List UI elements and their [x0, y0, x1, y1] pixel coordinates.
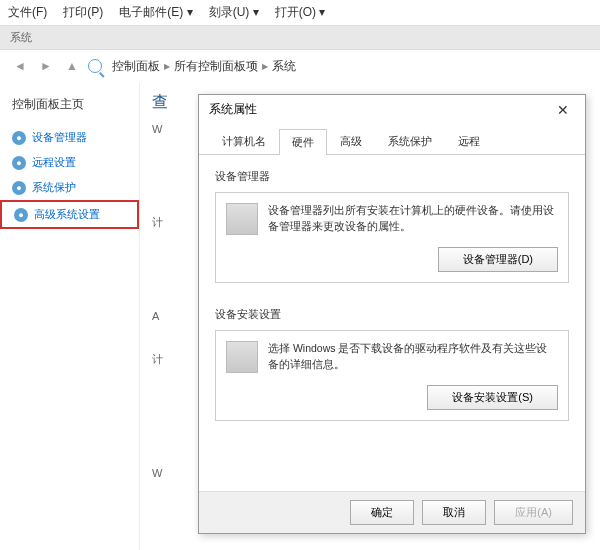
cancel-button[interactable]: 取消 — [422, 500, 486, 525]
system-properties-dialog: 系统属性 ✕ 计算机名 硬件 高级 系统保护 远程 设备管理器 设备管理器列出所… — [198, 94, 586, 534]
tab-system-protection[interactable]: 系统保护 — [375, 128, 445, 154]
sidebar-item-label: 系统保护 — [32, 180, 76, 195]
section-description: 选择 Windows 是否下载设备的驱动程序软件及有关这些设备的详细信息。 — [268, 341, 558, 373]
menu-file[interactable]: 文件(F) — [8, 4, 47, 21]
shield-icon: ● — [12, 181, 26, 195]
tab-advanced[interactable]: 高级 — [327, 128, 375, 154]
sidebar-item-advanced-settings[interactable]: ● 高级系统设置 — [0, 200, 139, 229]
nav-forward-icon[interactable]: ► — [36, 56, 56, 76]
dialog-footer: 确定 取消 应用(A) — [199, 491, 585, 533]
window-title: 系统 — [0, 25, 600, 50]
sidebar-item-label: 高级系统设置 — [34, 207, 100, 222]
menubar: 文件(F) 打印(P) 电子邮件(E) ▾ 刻录(U) ▾ 打开(O) ▾ — [0, 0, 600, 25]
dialog-title: 系统属性 — [209, 101, 257, 118]
menu-email[interactable]: 电子邮件(E) ▾ — [119, 4, 192, 21]
menu-record[interactable]: 刻录(U) ▾ — [209, 4, 259, 21]
breadcrumb-item[interactable]: 系统 — [272, 58, 296, 75]
nav-back-icon[interactable]: ◄ — [10, 56, 30, 76]
menu-open[interactable]: 打开(O) ▾ — [275, 4, 326, 21]
sidebar-item-label: 远程设置 — [32, 155, 76, 170]
device-install-icon — [226, 341, 258, 373]
sidebar-item-device-manager[interactable]: ● 设备管理器 — [0, 125, 139, 150]
search-icon — [88, 59, 102, 73]
section-title: 设备管理器 — [215, 169, 569, 184]
close-button[interactable]: ✕ — [551, 102, 575, 118]
device-manager-section: 设备管理器 设备管理器列出所有安装在计算机上的硬件设备。请使用设备管理器来更改设… — [215, 169, 569, 283]
section-title: 设备安装设置 — [215, 307, 569, 322]
nav-up-icon[interactable]: ▲ — [62, 56, 82, 76]
device-manager-button[interactable]: 设备管理器(D) — [438, 247, 558, 272]
apply-button[interactable]: 应用(A) — [494, 500, 573, 525]
chevron-right-icon: ▶ — [164, 62, 170, 71]
breadcrumb-item[interactable]: 所有控制面板项 — [174, 58, 258, 75]
navbar: ◄ ► ▲ 控制面板 ▶ 所有控制面板项 ▶ 系统 — [0, 50, 600, 82]
section-description: 设备管理器列出所有安装在计算机上的硬件设备。请使用设备管理器来更改设备的属性。 — [268, 203, 558, 235]
ok-button[interactable]: 确定 — [350, 500, 414, 525]
menu-print[interactable]: 打印(P) — [63, 4, 103, 21]
sidebar-item-protection[interactable]: ● 系统保护 — [0, 175, 139, 200]
breadcrumb-item[interactable]: 控制面板 — [112, 58, 160, 75]
sidebar-item-label: 设备管理器 — [32, 130, 87, 145]
device-manager-icon — [226, 203, 258, 235]
breadcrumb[interactable]: 控制面板 ▶ 所有控制面板项 ▶ 系统 — [112, 58, 296, 75]
device-install-settings-button[interactable]: 设备安装设置(S) — [427, 385, 558, 410]
tabs: 计算机名 硬件 高级 系统保护 远程 — [199, 128, 585, 155]
tab-remote[interactable]: 远程 — [445, 128, 493, 154]
shield-icon: ● — [12, 156, 26, 170]
sidebar-title: 控制面板主页 — [0, 92, 139, 117]
shield-icon: ● — [12, 131, 26, 145]
device-install-section: 设备安装设置 选择 Windows 是否下载设备的驱动程序软件及有关这些设备的详… — [215, 307, 569, 421]
tab-hardware[interactable]: 硬件 — [279, 129, 327, 155]
sidebar: 控制面板主页 ● 设备管理器 ● 远程设置 ● 系统保护 ● 高级系统设置 — [0, 82, 140, 550]
chevron-right-icon: ▶ — [262, 62, 268, 71]
shield-icon: ● — [14, 208, 28, 222]
tab-computer-name[interactable]: 计算机名 — [209, 128, 279, 154]
sidebar-item-remote[interactable]: ● 远程设置 — [0, 150, 139, 175]
